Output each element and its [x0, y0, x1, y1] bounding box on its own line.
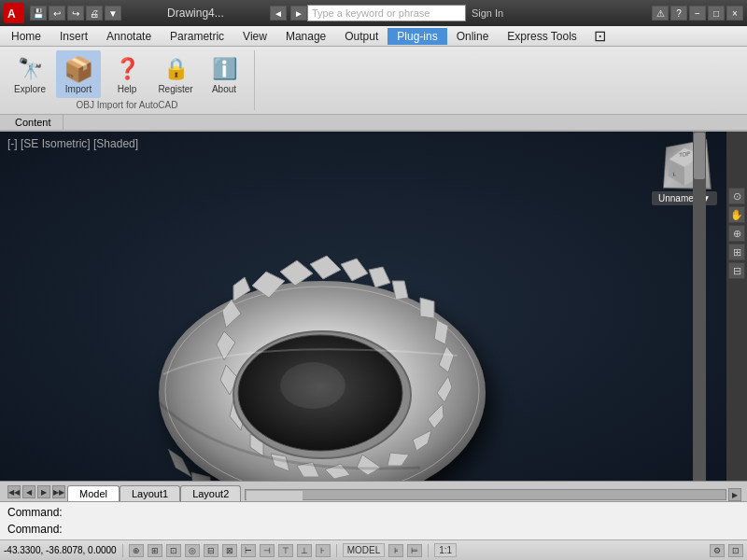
rt-pan-btn[interactable]: ✋	[728, 206, 745, 223]
tab-layout1[interactable]: Layout1	[120, 485, 180, 501]
ortho-btn[interactable]: ⊡	[166, 544, 181, 557]
menu-view[interactable]: View	[233, 28, 276, 45]
win-close-btn[interactable]: ×	[726, 6, 743, 21]
tab-layout2[interactable]: Layout2	[180, 485, 241, 501]
rt-zoom-window-btn[interactable]: ⊞	[728, 244, 745, 260]
menu-parametric[interactable]: Parametric	[161, 28, 233, 45]
about-icon: ℹ️	[209, 54, 239, 84]
title-bar-left: 💾 ↩ ↪ 🖨 ▼	[30, 6, 121, 21]
qprops-btn[interactable]: ⊦	[316, 544, 331, 557]
next-drawing-btn[interactable]: ►	[290, 6, 307, 21]
menu-extra[interactable]: ⊡	[586, 27, 613, 45]
coords-display: -43.3300, -36.8078, 0.0000	[4, 545, 117, 555]
h-scroll-track[interactable]	[245, 489, 726, 500]
viewport-label: [-] [SE Isometric] [Shaded]	[7, 137, 138, 150]
drawing-title: Drawing4...	[121, 7, 270, 20]
dyn-btn[interactable]: ⊣	[260, 544, 275, 557]
right-toolbar: ⊙ ✋ ⊕ ⊞ ⊟	[726, 132, 747, 481]
alert-btn[interactable]: ⚠	[652, 6, 669, 21]
svg-marker-20	[341, 259, 368, 281]
status-bar: -43.3300, -36.8078, 0.0000 ⊕ ⊞ ⊡ ◎ ⊟ ⊠ ⊢…	[0, 539, 747, 560]
help-label: Help	[118, 84, 137, 94]
help-btn[interactable]: ?	[670, 6, 687, 21]
svg-point-43	[280, 362, 345, 409]
rt-zoom-btn[interactable]: ⊕	[728, 225, 745, 242]
main-layout: A 💾 ↩ ↪ 🖨 ▼ Drawing4... ◄ ► Type a keywo…	[0, 0, 747, 560]
h-scroll: ▶	[241, 488, 747, 501]
more-btn[interactable]: ▼	[105, 6, 121, 21]
tab-bar: ◀◀ ◀ ▶ ▶▶ Model Layout1 Layout2 ▶	[0, 481, 747, 501]
gear-3d	[47, 160, 570, 481]
ribbon-group-obj-import: 🔭 Explore 📦 Import ❓ Help 🔒 Register	[7, 50, 255, 110]
menu-plugins[interactable]: Plug-ins	[388, 28, 446, 45]
quick-save-btn[interactable]: 💾	[30, 6, 47, 21]
undo-btn[interactable]: ↩	[49, 6, 65, 21]
tab-next-btn[interactable]: ▶	[37, 485, 50, 498]
grid-btn[interactable]: ⊞	[148, 544, 162, 557]
h-scroll-right-btn[interactable]: ▶	[728, 488, 741, 501]
win-restore-btn[interactable]: □	[708, 6, 725, 21]
ribbon-btn-explore[interactable]: 🔭 Explore	[7, 50, 52, 98]
import-label: Import	[65, 84, 92, 94]
viewport[interactable]: [-] [SE Isometric] [Shaded]	[0, 132, 726, 481]
explore-icon: 🔭	[15, 54, 45, 84]
h-scroll-thumb[interactable]	[247, 491, 303, 500]
title-bar: A 💾 ↩ ↪ 🖨 ▼ Drawing4... ◄ ► Type a keywo…	[0, 0, 747, 26]
tpmode-btn[interactable]: ⊥	[297, 544, 312, 557]
print-btn[interactable]: 🖨	[86, 6, 103, 21]
sign-in-link[interactable]: Sign In	[472, 7, 503, 19]
tab-prev-btn[interactable]: ◀	[22, 485, 35, 498]
tab-last-btn[interactable]: ▶▶	[52, 485, 65, 498]
command-line-2: Command:	[7, 521, 740, 538]
menu-insert[interactable]: Insert	[50, 28, 97, 45]
viewcube-label[interactable]: Unnamed ▼	[652, 191, 717, 205]
content-tab[interactable]: Content	[4, 115, 63, 130]
ribbon-btn-import[interactable]: 📦 Import	[56, 50, 101, 98]
menu-output[interactable]: Output	[335, 28, 388, 45]
viewport-vscroll[interactable]	[693, 132, 706, 481]
ribbon-btn-about[interactable]: ℹ️ About	[202, 50, 247, 98]
menu-express-tools[interactable]: Express Tools	[498, 28, 585, 45]
osnap-btn[interactable]: ⊟	[204, 544, 218, 557]
ribbon-content: 🔭 Explore 📦 Import ❓ Help 🔒 Register	[0, 47, 747, 114]
ribbon-btn-help[interactable]: ❓ Help	[105, 50, 149, 98]
tab-model[interactable]: Model	[67, 485, 120, 501]
rt-extra-btn[interactable]: ⊟	[728, 262, 745, 279]
prev-drawing-btn[interactable]: ◄	[270, 6, 287, 21]
svg-text:A: A	[7, 7, 16, 21]
otrack-btn[interactable]: ⊠	[222, 544, 237, 557]
register-label: Register	[158, 84, 192, 94]
help-icon: ❓	[112, 54, 142, 84]
lweight-btn[interactable]: ⊤	[278, 544, 293, 557]
import-icon: 📦	[63, 54, 93, 84]
win-minimize-btn[interactable]: −	[689, 6, 706, 21]
about-label: About	[212, 84, 236, 94]
menu-bar: Home Insert Annotate Parametric View Man…	[0, 26, 747, 47]
vscroll-thumb[interactable]	[694, 133, 705, 179]
ribbon-buttons: 🔭 Explore 📦 Import ❓ Help 🔒 Register	[7, 50, 247, 98]
snap-btn[interactable]: ⊕	[129, 544, 144, 557]
tab-first-btn[interactable]: ◀◀	[7, 485, 21, 498]
menu-home[interactable]: Home	[2, 28, 50, 45]
polar-btn[interactable]: ◎	[185, 544, 200, 557]
redo-btn[interactable]: ↪	[67, 6, 84, 21]
ribbon: 🔭 Explore 📦 Import ❓ Help 🔒 Register	[0, 47, 747, 132]
clean-screen-btn[interactable]: ⊡	[728, 544, 743, 557]
menu-manage[interactable]: Manage	[276, 28, 335, 45]
settings-icon[interactable]: ⚙	[710, 544, 725, 557]
viewcube[interactable]: TOP L R Unnamed ▼	[652, 141, 717, 206]
menu-online[interactable]: Online	[447, 28, 499, 45]
rt-orbit-btn[interactable]: ⊙	[728, 188, 745, 204]
model-icon2[interactable]: ⊨	[407, 544, 422, 557]
menu-annotate[interactable]: Annotate	[97, 28, 161, 45]
model-icon1[interactable]: ⊧	[388, 544, 403, 557]
svg-marker-21	[369, 267, 390, 287]
scale-btn[interactable]: 1:1	[434, 543, 457, 557]
status-sep-1	[122, 544, 123, 557]
explore-label: Explore	[14, 84, 46, 94]
search-box[interactable]: Type a keyword or phrase	[307, 5, 466, 21]
model-space-btn[interactable]: MODEL	[343, 543, 386, 557]
status-sep-2	[336, 544, 337, 557]
ribbon-btn-register[interactable]: 🔒 Register	[153, 50, 198, 98]
ducs-btn[interactable]: ⊢	[241, 544, 256, 557]
